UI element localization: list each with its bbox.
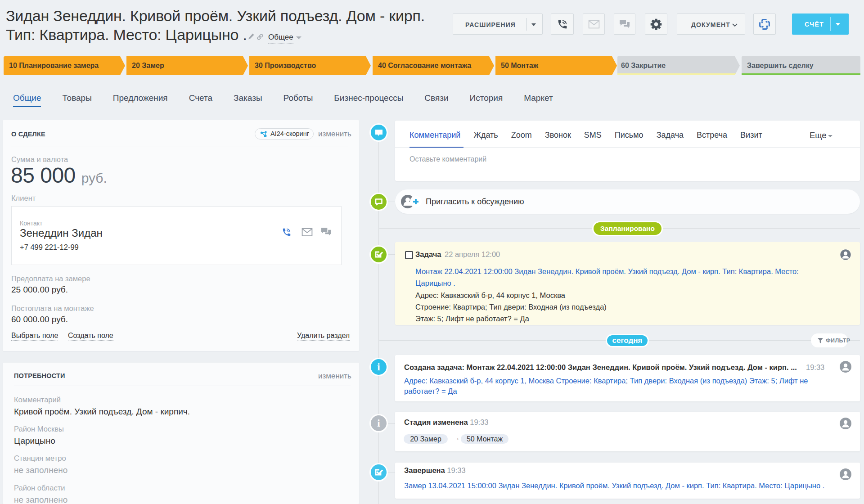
svg-text:i: i: [377, 361, 380, 373]
svg-text:i: i: [377, 418, 380, 429]
